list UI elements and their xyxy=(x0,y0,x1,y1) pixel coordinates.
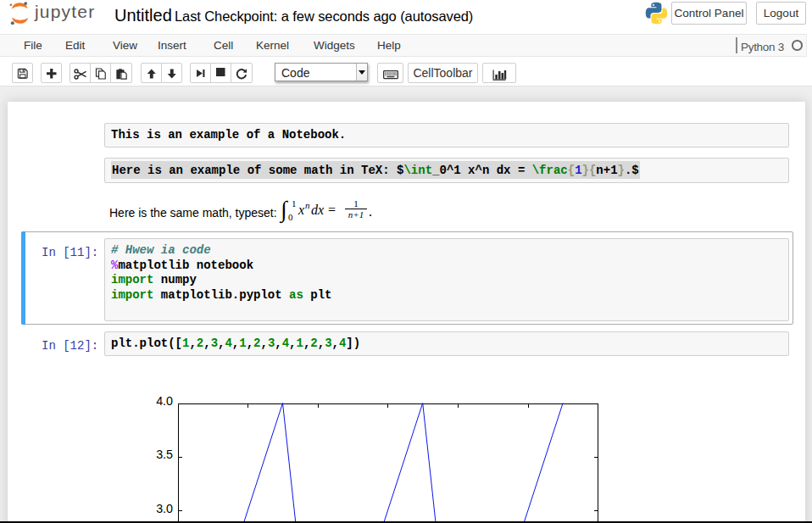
svg-text:3.5: 3.5 xyxy=(156,448,173,461)
svg-text:jupyter: jupyter xyxy=(34,2,95,21)
svg-text:4.0: 4.0 xyxy=(156,394,173,408)
svg-text:3.0: 3.0 xyxy=(156,502,173,515)
